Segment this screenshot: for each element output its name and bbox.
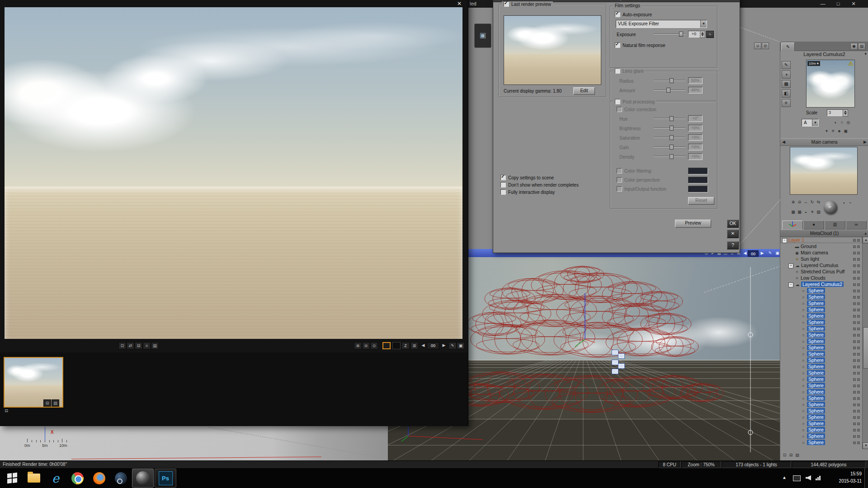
- row-toggle-dot[interactable]: [857, 372, 860, 375]
- row-toggle-dot[interactable]: [853, 321, 856, 324]
- row-toggle-dot[interactable]: [857, 315, 860, 318]
- tree-item-sphere[interactable]: ○Sphere: [780, 370, 862, 376]
- tree-item-ground[interactable]: ▬Ground: [780, 243, 862, 249]
- tree-item-layered-cumulus2[interactable]: −☁Layered Cumulus2: [780, 281, 862, 287]
- prev-camera-icon[interactable]: ◀: [782, 139, 785, 145]
- color-swatch[interactable]: [688, 168, 708, 174]
- row-toggle-dot[interactable]: [857, 277, 860, 280]
- row-toggle-dot[interactable]: [853, 429, 856, 432]
- tree-item-sphere[interactable]: ○Sphere: [780, 376, 862, 382]
- tree-item-sphere[interactable]: ○Sphere: [780, 382, 862, 389]
- row-toggle-dot[interactable]: [857, 404, 860, 406]
- scale-input[interactable]: 3: [827, 109, 844, 116]
- row-toggle-dot[interactable]: [857, 441, 860, 444]
- shade-icon[interactable]: ◒: [803, 209, 809, 215]
- lock-icon[interactable]: ▪: [841, 200, 847, 206]
- edit-gamma-button[interactable]: Edit: [573, 87, 595, 95]
- pp-option-check[interactable]: Input/Output function: [617, 186, 666, 192]
- ok-button[interactable]: OK: [727, 220, 739, 228]
- slider-value[interactable]: +0%: [688, 153, 703, 160]
- row-toggle-dot[interactable]: [857, 397, 860, 400]
- material-preview[interactable]: 10m ▾ ⚠: [806, 60, 855, 108]
- tab-aspect[interactable]: [782, 221, 803, 230]
- color-swatch[interactable]: [688, 186, 708, 192]
- next-frame-icon[interactable]: ▶: [760, 250, 765, 256]
- tree-item-sphere[interactable]: ○Sphere: [780, 313, 862, 319]
- color-swatch[interactable]: [688, 177, 708, 183]
- checkbox-icon[interactable]: [615, 99, 620, 104]
- natural-film-check[interactable]: Natural film response: [615, 42, 665, 48]
- hidden-icons-caret[interactable]: ▲: [782, 475, 787, 480]
- taskbar-steam[interactable]: [110, 469, 131, 487]
- tray-clock[interactable]: 15:59 2015-03-11: [839, 470, 862, 485]
- checkbox-icon[interactable]: [504, 1, 509, 7]
- zoom-out-icon[interactable]: ⊖: [362, 342, 370, 349]
- row-toggle-dot[interactable]: [853, 239, 856, 242]
- camera-bar[interactable]: ◀ Main camera ▶: [780, 138, 868, 146]
- row-toggle-dot[interactable]: [853, 296, 856, 299]
- star-icon[interactable]: ✦: [824, 128, 830, 134]
- slider[interactable]: [654, 78, 685, 83]
- zoom-in-icon[interactable]: ⊕: [354, 342, 362, 349]
- gradient-icon[interactable]: ◧: [782, 89, 791, 98]
- screen-icon[interactable]: ⊡: [782, 452, 788, 458]
- expander-icon[interactable]: +: [788, 263, 793, 268]
- slider-value[interactable]: 50%: [688, 77, 703, 84]
- exposure-filter-select[interactable]: VUE Exposure Filter: [616, 20, 707, 28]
- pan-icon[interactable]: ↔: [803, 199, 809, 205]
- camera-preview[interactable]: [790, 147, 858, 195]
- layers-icon[interactable]: ≡: [143, 342, 151, 349]
- brush-icon[interactable]: ✎: [782, 61, 791, 69]
- material-size-chip[interactable]: 10m ▾: [807, 61, 820, 66]
- checkbox-icon[interactable]: [617, 168, 622, 174]
- row-toggle-dot[interactable]: [853, 277, 856, 280]
- row-toggle-dot[interactable]: [853, 422, 856, 425]
- row-toggle-dot[interactable]: [857, 378, 860, 381]
- checkbox-icon[interactable]: [617, 186, 622, 192]
- row-toggle-dot[interactable]: [853, 397, 856, 400]
- row-toggle-dot[interactable]: [853, 385, 856, 387]
- tree-item-sphere[interactable]: ○Sphere: [780, 338, 862, 344]
- pp-option-check[interactable]: Color filtering:: [617, 168, 652, 174]
- gizmo-chip[interactable]: [612, 360, 618, 365]
- tree-item-sphere[interactable]: ○Sphere: [780, 427, 862, 433]
- trash-icon[interactable]: ⊟: [43, 399, 51, 407]
- scale-stepper[interactable]: [843, 109, 848, 117]
- row-toggle-dot[interactable]: [853, 441, 856, 444]
- row-toggle-dot[interactable]: [853, 328, 856, 330]
- options-icon[interactable]: ▤: [151, 342, 159, 349]
- tree-item-sphere[interactable]: ○Sphere: [780, 306, 862, 313]
- row-toggle-dot[interactable]: [853, 372, 856, 375]
- metacloud-bar[interactable]: MetaCloud (1) ▴: [780, 230, 868, 237]
- row-toggle-dot[interactable]: [853, 271, 856, 273]
- zoom-out-icon[interactable]: ⊖: [797, 199, 802, 205]
- copy-icon[interactable]: ▤: [52, 399, 59, 407]
- checkbox-icon[interactable]: [617, 177, 622, 183]
- row-toggle-dot[interactable]: [853, 302, 856, 305]
- gizmo-chip[interactable]: [612, 350, 618, 355]
- save-icon[interactable]: ▣: [457, 342, 465, 349]
- slider[interactable]: [654, 87, 685, 92]
- magnet-icon[interactable]: ∪: [754, 42, 761, 49]
- material-tab[interactable]: ✎: [781, 42, 795, 51]
- show-desktop-button[interactable]: [864, 468, 868, 488]
- row-toggle-dot[interactable]: [853, 283, 856, 286]
- reset-button[interactable]: Reset: [688, 197, 714, 205]
- row-toggle-dot[interactable]: [857, 271, 860, 273]
- tree-item-sphere[interactable]: ○Sphere: [780, 294, 862, 300]
- row-toggle-dot[interactable]: [857, 309, 860, 311]
- tab-world[interactable]: ●: [803, 221, 824, 230]
- render-region-button[interactable]: [382, 342, 391, 349]
- tree-item-stretched-cirrus-puff[interactable]: ✕Stretched Cirrus Puff: [780, 268, 862, 275]
- taskbar-firefox[interactable]: [89, 469, 109, 487]
- row-toggle-dot[interactable]: [853, 258, 856, 261]
- row-toggle-dot[interactable]: [853, 378, 856, 381]
- target-icon[interactable]: ◎: [762, 42, 769, 49]
- taskbar-explorer[interactable]: [24, 469, 44, 487]
- slider[interactable]: [654, 135, 685, 140]
- row-toggle-dot[interactable]: [857, 321, 860, 324]
- post-processing-check[interactable]: Post processing: [613, 99, 656, 104]
- link-icon[interactable]: ⇄: [127, 342, 134, 349]
- row-toggle-dot[interactable]: [857, 334, 860, 337]
- row-toggle-dot[interactable]: [857, 264, 860, 267]
